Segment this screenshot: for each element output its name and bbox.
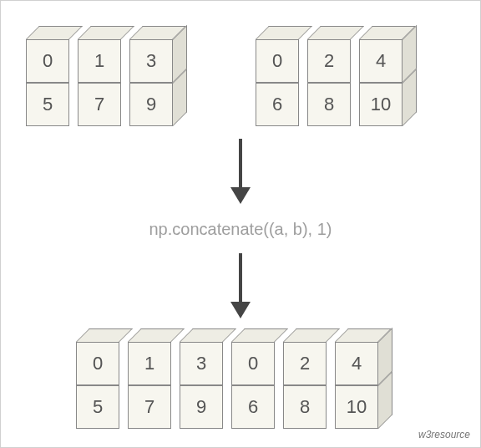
cell-value: 10 [359, 83, 403, 126]
cell-value: 9 [129, 83, 173, 126]
array-a-row1: 5 7 9 [26, 69, 181, 121]
attribution-text: w3resource [418, 429, 470, 440]
cube: 8 [307, 69, 359, 121]
cube: 9 [129, 69, 181, 121]
cell-value: 6 [231, 385, 275, 429]
cube: 10 [335, 372, 387, 424]
cube: 6 [231, 372, 283, 424]
cell-value: 7 [78, 83, 121, 126]
cube: 7 [128, 372, 180, 424]
code-expression: np.concatenate((a, b), 1) [1, 220, 480, 239]
cube: 7 [78, 69, 129, 121]
cube: 9 [180, 372, 231, 424]
cell-value: 6 [256, 83, 299, 126]
cube: 10 [359, 69, 411, 121]
result-row1: 5 7 9 6 8 10 [76, 372, 387, 424]
cell-value: 5 [76, 385, 119, 429]
cube: 5 [76, 372, 128, 424]
cell-value: 10 [335, 385, 378, 429]
cell-value: 8 [307, 83, 351, 126]
array-b-row1: 6 8 10 [256, 69, 411, 121]
cube: 5 [26, 69, 78, 121]
cell-value: 7 [128, 385, 171, 429]
diagram-canvas: 0 1 3 5 7 9 0 2 [0, 0, 481, 448]
cube: 6 [256, 69, 307, 121]
cell-value: 5 [26, 83, 69, 126]
cell-value: 8 [283, 385, 327, 429]
cell-value: 9 [180, 385, 223, 429]
cube: 8 [283, 372, 335, 424]
